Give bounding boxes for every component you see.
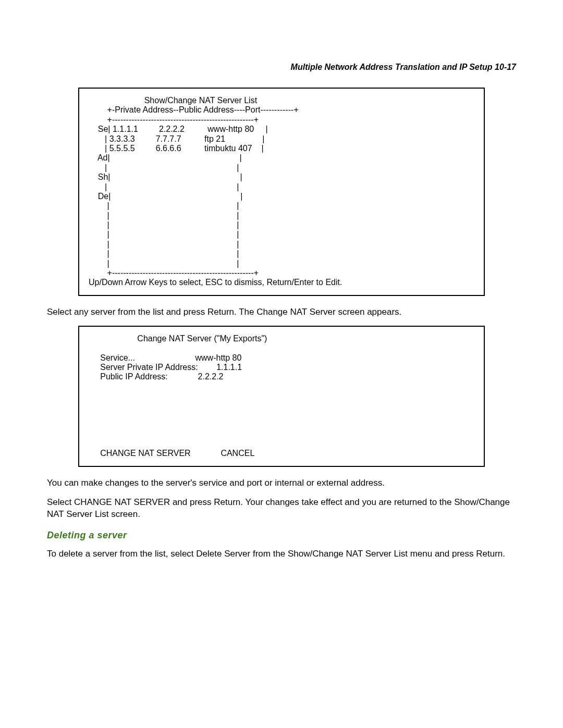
instruction-delete-server: To delete a server from the list, select…: [47, 548, 516, 560]
instruction-make-changes: You can make changes to the server's ser…: [47, 477, 516, 489]
instruction-select-server: Select any server from the list and pres…: [47, 306, 516, 318]
nat-server-list-screen: Show/Change NAT Server List +-Private Ad…: [78, 88, 485, 296]
instruction-change-nat-server: Select CHANGE NAT SERVER and press Retur…: [47, 497, 516, 521]
page: Multiple Network Address Translation and…: [0, 0, 563, 609]
subheading-deleting-server: Deleting a server: [47, 530, 516, 541]
change-nat-server-screen: Change NAT Server ("My Exports") Service…: [78, 326, 485, 467]
running-header: Multiple Network Address Translation and…: [47, 63, 516, 72]
